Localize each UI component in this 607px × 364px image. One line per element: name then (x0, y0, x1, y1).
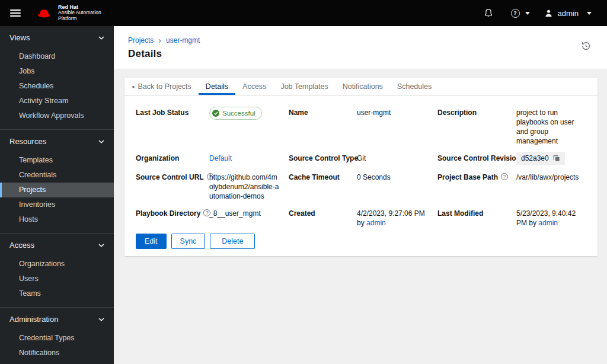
sidebar-item-notifications[interactable]: Notifications (0, 346, 114, 360)
field-value-last-job-status: Successful (209, 108, 289, 146)
notifications-bell-button[interactable] (484, 8, 493, 18)
help-menu-button[interactable]: ? (511, 9, 530, 18)
sidebar-item-credential-types[interactable]: Credential Types (0, 331, 114, 346)
field-value-last-modified: 5/23/2023, 9:40:42 PM by admin (516, 209, 586, 228)
bell-icon (484, 8, 493, 18)
help-icon: ? (511, 9, 520, 18)
sidebar-item-jobs[interactable]: Jobs (0, 64, 114, 79)
help-icon[interactable]: ? (207, 173, 214, 180)
created-by-user-link[interactable]: admin (366, 219, 386, 227)
chevron-down-icon (98, 318, 104, 321)
tab-label: Job Templates (280, 82, 328, 91)
masthead-toolbar: ? admin (484, 8, 592, 18)
sidebar-item-activity-stream[interactable]: Activity Stream (0, 94, 114, 108)
sidebar-section-resources-toggle[interactable]: Resources (0, 138, 114, 146)
sidebar-item-schedules[interactable]: Schedules (0, 79, 114, 94)
copy-button[interactable] (553, 155, 560, 162)
field-value-name: user-mgmt (357, 108, 437, 146)
field-value-source-control-revision: d52a3e0 (516, 154, 586, 165)
tab-label: Details (206, 82, 228, 91)
user-icon (544, 9, 553, 18)
sidebar-item-workflow-approvals[interactable]: Workflow Approvals (0, 108, 114, 123)
field-label-cache-timeout: Cache Timeout (289, 173, 357, 201)
copy-icon (553, 155, 560, 162)
breadcrumb: Projects › user-mgmt (128, 36, 593, 44)
sidebar-item-credentials[interactable]: Credentials (0, 168, 114, 183)
sidebar-item-management-jobs[interactable]: Management Jobs (0, 360, 114, 364)
tab-details[interactable]: Details (199, 78, 235, 95)
organization-link[interactable]: Default (209, 154, 232, 162)
chevron-down-icon (525, 12, 530, 15)
field-label-source-control-type: Source Control Type (289, 154, 357, 165)
masthead: Red Hat Ansible Automation Platform ? ad… (0, 0, 607, 26)
sidebar-section-administration-toggle[interactable]: Administration (0, 315, 114, 324)
sidebar-item-organizations[interactable]: Organizations (0, 257, 114, 272)
tab-label: Back to Projects (138, 82, 191, 91)
sidebar-item-templates[interactable]: Templates (0, 153, 114, 168)
nav-toggle-icon[interactable] (10, 8, 21, 18)
section-title: Resources (9, 138, 46, 146)
tab-access[interactable]: Access (235, 78, 273, 95)
tab-bar: ◂ Back to Projects Details Access Job Te… (124, 78, 598, 95)
activity-stream-history-button[interactable] (581, 41, 591, 53)
breadcrumb-user-mgmt-link[interactable]: user-mgmt (166, 36, 200, 44)
field-label-text: Source Control URL (136, 173, 204, 181)
sidebar-item-inventories[interactable]: Inventories (0, 197, 114, 212)
tab-label: Schedules (397, 82, 432, 91)
field-value-project-base-path: /var/lib/awx/projects (516, 173, 586, 201)
field-value-organization: Default (209, 154, 289, 165)
tab-notifications[interactable]: Notifications (336, 78, 390, 95)
brand-logo: Red Hat Ansible Automation Platform (37, 5, 101, 22)
field-label-text: Playbook Directory (136, 209, 200, 218)
revision-value: d52a3e0 (521, 154, 549, 163)
sidebar-section-views-toggle[interactable]: Views (0, 34, 114, 42)
history-icon (581, 41, 591, 51)
sidebar-section-access-toggle[interactable]: Access (0, 241, 114, 250)
section-title: Administration (9, 315, 58, 324)
field-label-last-job-status: Last Job Status (136, 108, 209, 146)
revision-chip: d52a3e0 (516, 152, 565, 165)
check-circle-icon (212, 110, 219, 117)
user-menu-button[interactable]: admin (544, 9, 592, 18)
page-header: Projects › user-mgmt Details (114, 26, 607, 69)
tab-schedules[interactable]: Schedules (390, 78, 439, 95)
sidebar-item-hosts[interactable]: Hosts (0, 212, 114, 227)
field-label-playbook-directory: Playbook Directory? (136, 209, 209, 228)
chevron-right-icon: › (158, 37, 161, 44)
sidebar-item-teams[interactable]: Teams (0, 286, 114, 301)
field-value-description: project to run playbooks on user and gro… (516, 108, 586, 146)
field-value-playbook-directory: _8__user_mgmt (209, 209, 289, 228)
breadcrumb-projects-link[interactable]: Projects (128, 36, 154, 44)
field-value-cache-timeout: 0 Seconds (357, 173, 437, 201)
modified-by-user-link[interactable]: admin (538, 219, 558, 227)
field-label-source-control-url: Source Control URL? (136, 173, 209, 201)
tab-back-to-projects[interactable]: ◂ Back to Projects (124, 78, 199, 95)
section-title: Views (9, 34, 30, 42)
edit-button[interactable]: Edit (136, 234, 167, 249)
chevron-down-icon (98, 244, 104, 247)
field-label-last-modified: Last Modified (437, 209, 516, 228)
sidebar-section-views: Views Dashboard Jobs Schedules Activity … (0, 26, 114, 129)
sidebar-item-projects[interactable]: Projects (0, 183, 114, 197)
sidebar-section-administration: Administration Credential Types Notifica… (0, 307, 114, 364)
help-icon[interactable]: ? (501, 173, 508, 180)
chevron-down-icon (98, 140, 104, 143)
page-title: Details (128, 48, 593, 60)
field-value-source-control-url: https://github.com/4molybdenum2/ansible-… (209, 173, 289, 201)
status-badge[interactable]: Successful (209, 107, 262, 120)
status-badge-label: Successful (222, 108, 255, 118)
red-hat-fedora-icon (37, 8, 53, 18)
tab-job-templates[interactable]: Job Templates (273, 78, 335, 95)
delete-button[interactable]: Delete (210, 234, 255, 249)
sidebar-item-users[interactable]: Users (0, 272, 114, 286)
chevron-down-icon (587, 12, 592, 15)
sync-button[interactable]: Sync (171, 234, 206, 249)
username-label: admin (558, 9, 579, 18)
tab-label: Access (242, 82, 266, 91)
field-label-created: Created (289, 209, 357, 228)
caret-left-icon: ◂ (132, 84, 135, 90)
project-details-card: ◂ Back to Projects Details Access Job Te… (124, 78, 598, 256)
sidebar-item-dashboard[interactable]: Dashboard (0, 49, 114, 64)
field-label-source-control-revision: Source Control Revision (437, 154, 516, 165)
field-label-organization: Organization (136, 154, 209, 165)
